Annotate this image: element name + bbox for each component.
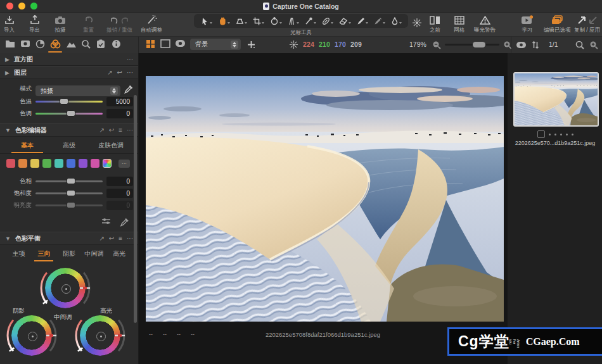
tab-details-icon[interactable] [81,39,91,49]
tab-skin-tone[interactable]: 皮肤色调 [90,139,132,153]
wheel-center-handle[interactable] [28,332,37,341]
rating-dots[interactable] [549,134,573,135]
swatch-yellow[interactable] [30,159,39,168]
temp-slider[interactable] [35,101,103,103]
tool-loupe[interactable] [236,17,247,25]
export-button[interactable]: 导出 [29,15,40,34]
reset-section-icon[interactable]: ↩ [117,70,122,76]
panel-scrollbar[interactable] [134,95,137,323]
tool-pan[interactable] [218,17,230,25]
tab-midtone[interactable]: 中间调 [82,248,107,261]
tab-exposure-icon[interactable] [66,39,77,48]
reset-section-icon[interactable]: ↩ [109,127,114,134]
tool-draw-mask[interactable] [357,17,368,25]
wheel-center-handle[interactable] [96,332,106,341]
midtone-color-wheel[interactable] [37,263,94,313]
swatch-purple[interactable] [79,159,87,168]
copy-apply-button[interactable]: 复制 / 应用 [574,15,600,34]
section-layers[interactable]: ▶ 图层 ↗ ↩ ··· [0,66,138,79]
swatch-more-button[interactable]: ··· [118,160,130,168]
before-after-button[interactable]: 之前 [430,15,440,34]
section-histogram[interactable]: ▶ 直方图 ··· [0,53,138,66]
zoom-slider-thumb[interactable] [473,42,485,47]
wheel-center-handle[interactable] [61,284,71,294]
more-icon[interactable]: ··· [127,235,133,242]
tool-erase[interactable] [339,17,351,25]
slider-mode-icon[interactable] [101,218,111,227]
expand-icon[interactable]: ↗ [99,235,104,242]
swatch-teal[interactable] [54,159,63,168]
tool-heal[interactable] [322,17,333,25]
tab-lens-icon[interactable] [35,39,45,49]
thumbnail-checkbox[interactable] [537,130,545,138]
grid-button[interactable]: 网格 [454,15,464,34]
more-icon[interactable]: ··· [127,127,133,134]
tab-master[interactable]: 主项 [6,248,32,261]
expand-icon[interactable]: ↗ [107,70,112,76]
tool-rotate[interactable] [270,17,282,25]
tab-info-icon[interactable] [112,39,121,49]
section-color-editor[interactable]: ▼ 色彩编辑器 ↗ ↩ ≡ ··· [0,123,138,137]
tab-capture-icon[interactable] [20,39,30,47]
tab-basic[interactable]: 基本 [6,139,48,153]
lightness-slider[interactable] [35,204,103,206]
sparkle-icon[interactable] [412,18,422,28]
tool-pen[interactable] [391,17,402,25]
zoom-out-icon[interactable] [432,41,441,49]
add-view-icon[interactable] [247,41,255,49]
tool-straighten[interactable] [288,17,299,25]
swatch-blue[interactable] [67,159,75,168]
tab-3way[interactable]: 三向 [32,248,57,261]
thumbnail-photo[interactable] [513,72,599,127]
undo-icon[interactable] [109,16,118,25]
sort-icon[interactable] [531,41,540,49]
swatch-green[interactable] [42,159,51,168]
tint-value[interactable]: 0 [106,109,133,118]
redo-icon[interactable] [120,16,130,25]
tool-spot-removal[interactable] [305,17,316,25]
main-image-photo[interactable] [146,76,504,322]
hue-slider[interactable] [35,180,103,182]
undo-redo-buttons[interactable]: 撤销 / 重做 [106,15,132,34]
swatch-red[interactable] [6,159,15,168]
edit-selected-button[interactable]: 编辑已选项 [544,15,571,34]
lightness-value[interactable]: 0 [106,201,133,210]
tab-highlight[interactable]: 高光 [106,248,132,261]
multi-view-icon[interactable] [146,39,155,49]
tab-metadata-icon[interactable] [96,39,105,49]
import-button[interactable]: 导入 [4,15,15,34]
proof-view-icon[interactable] [175,39,186,47]
more-icon[interactable]: ··· [127,56,133,63]
search-icon[interactable] [575,41,584,49]
tool-select[interactable] [201,17,212,25]
apply-arrow-icon[interactable] [589,16,597,25]
swatch-all-colors[interactable] [103,159,112,168]
learn-button[interactable]: 学习 [521,15,534,34]
wb-eyedropper-icon[interactable] [124,85,133,94]
zoom-slider[interactable] [445,44,499,46]
auto-adjust-button[interactable]: 自动调整 [141,15,162,34]
tab-color-icon[interactable] [50,39,61,49]
section-color-balance[interactable]: ▼ 色彩平衡 ↗ ↩ ≡ ··· [0,232,138,245]
filter-zoom-icon[interactable] [589,41,598,49]
tint-slider[interactable] [35,113,103,115]
exposure-warning-button[interactable]: 曝光警告 [474,15,496,34]
swatch-orange[interactable] [18,159,27,168]
single-view-icon[interactable] [160,39,170,48]
reset-section-icon[interactable]: ↩ [109,235,114,242]
pick-color-eyedropper-icon[interactable] [120,218,129,227]
presets-icon[interactable]: ≡ [118,127,122,134]
presets-icon[interactable]: ≡ [118,235,122,242]
tool-crop[interactable] [253,17,264,25]
tab-advanced[interactable]: 高级 [48,139,90,153]
wb-mode-select[interactable]: 拍摄 [35,85,120,96]
adjust-sparkle-icon[interactable] [289,40,298,49]
highlight-color-wheel[interactable] [72,310,129,361]
expand-icon[interactable]: ↗ [99,127,104,134]
tool-fill-mask[interactable] [374,17,385,25]
shadow-color-wheel[interactable] [3,310,60,361]
temp-value[interactable]: 5000 [106,97,133,106]
browser-eye-icon[interactable] [516,41,527,49]
more-icon[interactable]: ··· [127,70,133,76]
hue-value[interactable]: 0 [106,177,133,186]
